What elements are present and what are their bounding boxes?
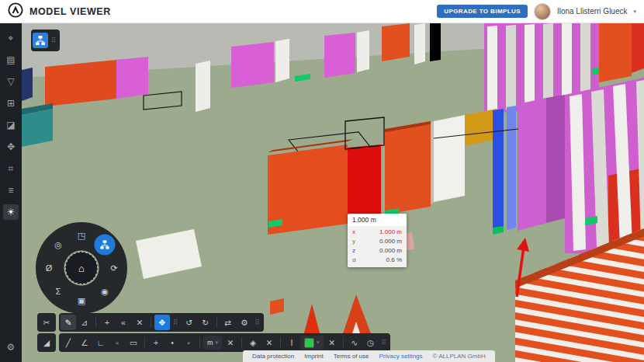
draw-icon[interactable]: ✎	[61, 315, 76, 330]
toolbar-drag-handle[interactable]: ⠿	[379, 339, 390, 346]
rotate-icon[interactable]: ⟳	[105, 259, 123, 277]
undo-icon[interactable]: ↺	[182, 315, 197, 330]
user-menu-caret-icon[interactable]: ▾	[633, 9, 636, 15]
fullscreen-icon[interactable]: ◳	[72, 226, 91, 245]
color-picker[interactable]: ▾	[300, 336, 324, 350]
right-colonnade	[565, 78, 644, 259]
dot-tool-icon[interactable]: •	[164, 335, 180, 350]
slope-value: 0.6 %	[386, 256, 402, 265]
sum-icon[interactable]: Σ	[49, 282, 68, 301]
data-protection-link[interactable]: Data protection	[252, 353, 294, 360]
settings-gear-icon[interactable]: ⚙	[3, 339, 19, 355]
structure-mini-panel: ⠿	[31, 30, 60, 51]
structure-icon[interactable]	[33, 33, 48, 48]
brightness-icon[interactable]: ☀	[3, 204, 19, 220]
add-icon[interactable]: +	[99, 315, 115, 330]
grid-icon[interactable]: ⌗	[3, 161, 19, 176]
top-bar: MODEL VIEWER UPGRADE TO BIMPLUS Ilona Ll…	[0, 0, 644, 23]
duplicate-icon[interactable]: ⊞	[3, 96, 19, 111]
axis-x-value: 1.000 m	[379, 228, 402, 237]
location-icon[interactable]: ◎	[49, 235, 68, 254]
measure-toolbar-bar: ✎ ⊿ + « ✕ ✥ ⠿ ↺ ↻ ⇄ ⚙ ⠿	[59, 313, 264, 332]
move-icon[interactable]: ✥	[154, 315, 170, 330]
legal-footer: Data protection Imprint Terms of use Pri…	[243, 350, 495, 362]
spline-tool-icon[interactable]: ∿	[347, 335, 362, 350]
measurement-values: x1.000 m y0.000 m z0.000 m α0.6 %	[348, 226, 407, 267]
list-icon[interactable]: ≡	[3, 183, 19, 198]
views-icon[interactable]: ▣	[72, 291, 91, 310]
redo-icon[interactable]: ↻	[198, 315, 213, 330]
axis-y-value: 0.000 m	[379, 237, 402, 246]
annotation-toolbar: ◢ ╱ ∠ ∟ ▫ ▭ + • ◦ m ▾ ✕ ◈ ✕	[37, 333, 390, 352]
unit-value: m	[207, 339, 213, 346]
corner-filter-icon[interactable]: ◢	[39, 335, 54, 350]
close-unit-icon[interactable]: ✕	[223, 335, 238, 350]
panel-drag-handle[interactable]: ⠿	[51, 37, 57, 44]
home-view-button[interactable]: ⌂	[65, 252, 98, 284]
angle-tool-icon[interactable]: ∠	[77, 335, 92, 350]
allplan-logo-icon	[8, 2, 23, 21]
text-cursor-icon[interactable]: I	[284, 335, 299, 350]
transform-icon[interactable]: ✥	[3, 139, 19, 155]
models-icon[interactable]: ▤	[3, 52, 19, 68]
measure-toolbar: ✂ ✎ ⊿ + « ✕ ✥ ⠿ ↺ ↻ ⇄ ⚙ ⠿	[37, 313, 264, 332]
user-avatar[interactable]	[534, 3, 551, 20]
circle-tool-icon[interactable]: ◦	[181, 335, 196, 350]
hide-icon[interactable]: Ø	[40, 259, 58, 277]
section-icon[interactable]: ◪	[3, 117, 19, 133]
rect-tool-icon[interactable]: ▭	[126, 335, 141, 350]
model-viewer-app: MODEL VIEWER UPGRADE TO BIMPLUS Ilona Ll…	[0, 0, 644, 362]
close-icon[interactable]: ✕	[132, 315, 147, 330]
left-tool-sidebar: ⌖ ▤ ▽ ⊞ ◪ ✥ ⌗ ≡ ☀ ⚙	[0, 23, 22, 362]
rect-dashed-tool-icon[interactable]: ▫	[109, 335, 125, 350]
toolbar-settings-icon[interactable]: ⚙	[237, 315, 252, 330]
toolbar-drag-handle[interactable]: ⠿	[253, 318, 263, 326]
measure-icon[interactable]: ⊿	[77, 315, 92, 330]
terms-of-use-link[interactable]: Terms of use	[334, 353, 369, 360]
color-caret-icon: ▾	[317, 339, 320, 346]
perpendicular-tool-icon[interactable]: ∟	[93, 335, 109, 350]
copyright-text: © ALLPLAN GmbH	[433, 353, 486, 360]
annotation-toolbar-bar: ╱ ∠ ∟ ▫ ▭ + • ◦ m ▾ ✕ ◈ ✕ I	[59, 333, 390, 352]
axis-y-label: y	[352, 237, 360, 246]
filter-icon[interactable]: ▽	[3, 74, 19, 89]
close-tag-icon[interactable]: ✕	[261, 335, 277, 350]
axis-z-label: z	[352, 246, 360, 256]
tag-icon[interactable]: ◈	[245, 335, 261, 350]
line-tool-icon[interactable]: ╱	[61, 335, 76, 350]
color-swatch	[304, 338, 314, 348]
camera-icon[interactable]: ◉	[95, 282, 114, 301]
cut-icon[interactable]: ✂	[39, 315, 54, 330]
privacy-settings-link[interactable]: Privacy settings	[379, 353, 423, 360]
imprint-link[interactable]: Imprint	[304, 353, 323, 360]
navigate-icon[interactable]: ⌖	[3, 30, 19, 46]
axis-z-value: 0.000 m	[379, 246, 402, 256]
viewport-3d: ⠿ 1.000 m x1.000 m y0.000 m z0.000 m α0.…	[22, 23, 644, 362]
navigation-wheel: ◳ ⟳ ◉ ▣ Σ Ø ◎ ⌂	[36, 222, 127, 314]
user-name[interactable]: Ilona Llisterri Glueck	[557, 7, 628, 16]
swap-icon[interactable]: ⇄	[220, 315, 236, 330]
measurement-title: 1.000 m	[348, 214, 407, 226]
unit-caret-icon: ▾	[216, 339, 219, 346]
point-tool-icon[interactable]: +	[148, 335, 164, 350]
slope-label: α	[352, 256, 360, 265]
history-icon[interactable]: ◷	[363, 335, 379, 350]
measurement-tooltip: 1.000 m x1.000 m y0.000 m z0.000 m α0.6 …	[348, 214, 407, 267]
toolbar-drag-handle[interactable]: ⠿	[171, 318, 181, 326]
close-color-icon[interactable]: ✕	[324, 335, 340, 350]
axis-x-label: x	[352, 228, 360, 237]
page-title: MODEL VIEWER	[29, 6, 111, 17]
upgrade-to-bimplus-button[interactable]: UPGRADE TO BIMPLUS	[437, 5, 528, 18]
unit-select[interactable]: m ▾	[203, 336, 222, 350]
structure-wheel-icon[interactable]	[95, 235, 116, 256]
collapse-icon[interactable]: «	[116, 315, 131, 330]
